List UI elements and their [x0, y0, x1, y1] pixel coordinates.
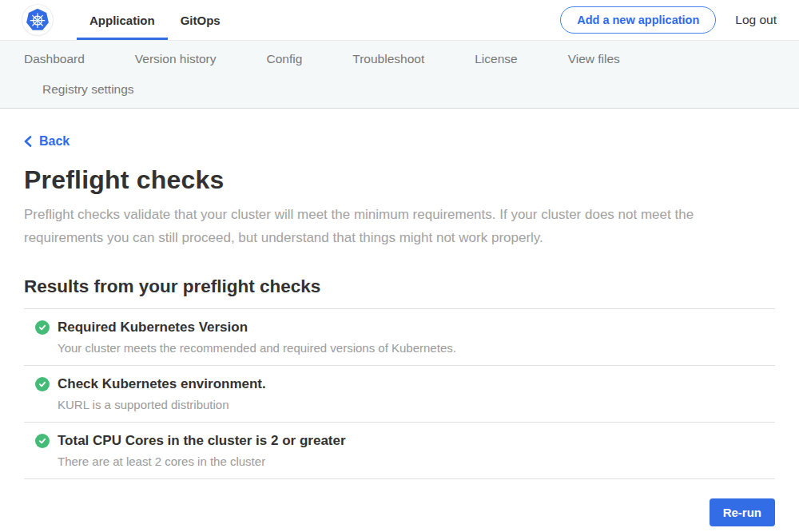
subnav-item-registry-settings[interactable]: Registry settings [42, 79, 134, 100]
admin-console-page: Application GitOps Add a new application… [0, 0, 799, 526]
check-row-header: Total CPU Cores in the cluster is 2 or g… [35, 433, 775, 449]
subnav-row-1: Dashboard Version history Config Trouble… [24, 49, 775, 69]
back-link-label: Back [39, 134, 70, 149]
add-application-button[interactable]: Add a new application [560, 6, 716, 34]
subnav-item-config[interactable]: Config [267, 49, 303, 69]
tab-gitops-label: GitOps [181, 14, 221, 27]
footer-actions: Re-run [24, 498, 775, 526]
subnav-item-troubleshoot[interactable]: Troubleshoot [352, 49, 424, 69]
check-title: Check Kubernetes environment. [58, 376, 266, 392]
app-subnav: Dashboard Version history Config Trouble… [0, 41, 799, 109]
subnav-item-view-files[interactable]: View files [568, 49, 620, 69]
check-message: There are at least 2 cores in the cluste… [35, 455, 775, 468]
preflight-content: Back Preflight checks Preflight checks v… [0, 109, 799, 526]
logout-link[interactable]: Log out [735, 13, 777, 27]
top-nav-actions: Add a new application Log out [560, 6, 777, 34]
rerun-button[interactable]: Re-run [710, 498, 775, 526]
subnav-item-version-history[interactable]: Version history [135, 49, 217, 69]
kubernetes-logo-icon [22, 5, 53, 35]
chevron-left-icon [24, 136, 32, 147]
tab-gitops[interactable]: GitOps [168, 0, 233, 40]
subnav-row-2: Registry settings [24, 79, 775, 100]
back-link[interactable]: Back [24, 134, 70, 149]
check-title: Required Kubernetes Version [58, 320, 248, 335]
page-title: Preflight checks [24, 165, 775, 195]
check-circle-icon [35, 320, 50, 335]
subnav-item-dashboard[interactable]: Dashboard [24, 49, 85, 69]
tab-application-label: Application [89, 14, 155, 27]
results-heading: Results from your preflight checks [24, 276, 775, 297]
check-message: KURL is a supported distribution [35, 398, 775, 411]
check-title: Total CPU Cores in the cluster is 2 or g… [58, 433, 346, 449]
check-row-header: Check Kubernetes environment. [35, 376, 775, 392]
check-row-kubernetes-environment: Check Kubernetes environment. KURL is a … [24, 366, 775, 423]
check-row-header: Required Kubernetes Version [35, 320, 775, 335]
check-list: Required Kubernetes Version Your cluster… [24, 308, 775, 479]
check-row-kubernetes-version: Required Kubernetes Version Your cluster… [24, 309, 775, 366]
check-message: Your cluster meets the recommended and r… [35, 341, 775, 355]
tab-application[interactable]: Application [77, 0, 168, 40]
top-nav-bar: Application GitOps Add a new application… [0, 0, 799, 41]
check-row-cpu-cores: Total CPU Cores in the cluster is 2 or g… [24, 423, 775, 479]
subnav-item-license[interactable]: License [475, 49, 517, 69]
primary-tabs: Application GitOps [77, 0, 233, 40]
check-circle-icon [35, 434, 50, 448]
check-circle-icon [35, 377, 50, 391]
page-description: Preflight checks validate that your clus… [24, 203, 775, 249]
